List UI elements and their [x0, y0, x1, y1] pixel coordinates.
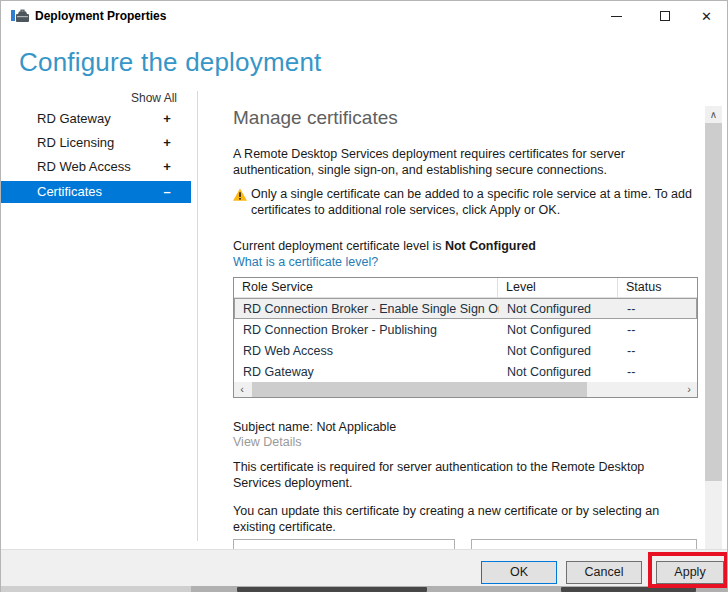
table-row[interactable]: RD Gateway Not Configured --	[234, 361, 697, 382]
scroll-left-icon[interactable]: ‹	[234, 382, 250, 397]
cell-role-service: RD Connection Broker - Enable Single Sig…	[235, 299, 499, 318]
certificate-update-text: You can update this certificate by creat…	[233, 503, 695, 535]
cell-status: --	[619, 320, 696, 339]
table-header: Role Service Level Status	[234, 278, 697, 298]
close-button[interactable]: ✕	[684, 1, 728, 31]
horizontal-scrollbar-thumb[interactable]	[252, 382, 587, 397]
deployment-properties-dialog: Deployment Properties ✕ Configure the de…	[0, 0, 728, 592]
expand-icon[interactable]: +	[159, 132, 175, 154]
warning-icon	[233, 188, 247, 201]
section-title: Manage certificates	[233, 107, 398, 129]
column-status[interactable]: Status	[618, 278, 697, 297]
scroll-right-icon[interactable]: ›	[681, 382, 697, 397]
cell-status: --	[619, 341, 696, 360]
sidebar-divider	[197, 91, 198, 541]
title-bar: Deployment Properties ✕	[1, 1, 727, 31]
warning-message: Only a single certificate can be added t…	[233, 186, 695, 218]
expand-icon[interactable]: +	[159, 156, 175, 178]
collapse-icon[interactable]: –	[159, 181, 175, 203]
close-icon: ✕	[701, 10, 712, 23]
intro-text: A Remote Desktop Services deployment req…	[233, 146, 701, 178]
cell-status: --	[619, 362, 696, 381]
table-row[interactable]: RD Connection Broker - Enable Single Sig…	[234, 298, 697, 319]
apply-button[interactable]: Apply	[656, 561, 724, 584]
cell-status: --	[619, 299, 696, 318]
scroll-up-icon[interactable]: ∧	[705, 106, 722, 123]
certificates-table: Role Service Level Status RD Connection …	[233, 277, 698, 398]
sidebar-item-label: RD Licensing	[37, 132, 114, 154]
cell-level: Not Configured	[499, 320, 619, 339]
maximize-button[interactable]	[642, 1, 687, 31]
sidebar-item-label: RD Gateway	[37, 108, 111, 130]
vertical-scrollbar[interactable]: ∧ ∨	[705, 106, 722, 561]
expand-icon[interactable]: +	[159, 108, 175, 130]
cell-role-service: RD Connection Broker - Publishing	[235, 320, 499, 339]
cell-level: Not Configured	[499, 299, 619, 318]
sidebar-item-label: Certificates	[37, 181, 102, 203]
cell-level: Not Configured	[499, 362, 619, 381]
server-manager-icon	[11, 8, 29, 24]
column-role-service[interactable]: Role Service	[234, 278, 498, 297]
minimize-icon	[611, 16, 622, 17]
certificate-level-help-link[interactable]: What is a certificate level?	[233, 255, 378, 269]
show-all-link[interactable]: Show All	[1, 91, 177, 105]
level-prefix: Current deployment certificate level is	[233, 239, 445, 253]
window-title: Deployment Properties	[35, 9, 166, 23]
sidebar-item-rd-gateway[interactable]: RD Gateway +	[1, 108, 191, 130]
cell-role-service: RD Gateway	[235, 362, 499, 381]
cell-role-service: RD Web Access	[235, 341, 499, 360]
table-row[interactable]: RD Connection Broker - Publishing Not Co…	[234, 319, 697, 340]
certificate-level-line: Current deployment certificate level is …	[233, 239, 536, 253]
ok-button[interactable]: OK	[481, 561, 557, 584]
page-title: Configure the deployment	[19, 47, 322, 78]
sidebar-item-rd-licensing[interactable]: RD Licensing +	[1, 132, 191, 154]
cancel-button[interactable]: Cancel	[566, 561, 642, 584]
sidebar-item-rd-web-access[interactable]: RD Web Access +	[1, 156, 191, 178]
dialog-footer: OK Cancel Apply	[1, 549, 727, 586]
certificate-required-text: This certificate is required for server …	[233, 459, 691, 491]
subject-name-text: Subject name: Not Applicable	[233, 419, 396, 435]
view-details-link[interactable]: View Details	[233, 435, 302, 449]
sidebar-item-certificates[interactable]: Certificates –	[1, 181, 191, 203]
vertical-scrollbar-thumb[interactable]	[705, 123, 722, 481]
minimize-button[interactable]	[594, 1, 639, 31]
table-row[interactable]: RD Web Access Not Configured --	[234, 340, 697, 361]
column-level[interactable]: Level	[498, 278, 618, 297]
sidebar-item-label: RD Web Access	[37, 156, 131, 178]
maximize-icon	[660, 11, 670, 21]
horizontal-scrollbar[interactable]: ‹ ›	[234, 382, 697, 397]
cell-level: Not Configured	[499, 341, 619, 360]
level-value: Not Configured	[445, 239, 536, 253]
background-window-strip	[1, 586, 728, 592]
warning-text: Only a single certificate can be added t…	[251, 186, 695, 218]
